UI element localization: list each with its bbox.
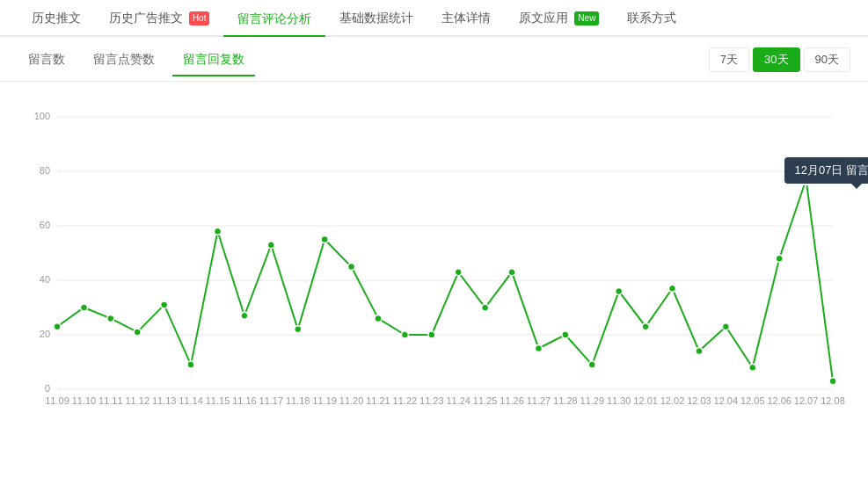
hot-badge: Hot bbox=[189, 11, 210, 25]
nav-item-history-posts[interactable]: 历史推文 bbox=[18, 0, 95, 36]
time-btn-90days[interactable]: 90天 bbox=[804, 47, 850, 72]
nav-item-ad-posts[interactable]: 历史广告推文 Hot bbox=[95, 0, 223, 36]
sub-tabs-bar: 留言数 留言点赞数 留言回复数 7天 30天 90天 bbox=[0, 37, 868, 82]
nav-item-original-app[interactable]: 原文应用 New bbox=[505, 0, 613, 36]
time-btn-7days[interactable]: 7天 bbox=[709, 47, 749, 72]
time-range-selector: 7天 30天 90天 bbox=[709, 47, 850, 81]
sub-tab-comment-replies[interactable]: 留言回复数 bbox=[172, 52, 255, 76]
sub-tab-comment-count[interactable]: 留言数 bbox=[18, 52, 76, 76]
top-nav: 历史推文 历史广告推文 Hot 留言评论分析 基础数据统计 主体详情 原文应用 … bbox=[0, 0, 868, 37]
nav-item-basic-stats[interactable]: 基础数据统计 bbox=[325, 0, 427, 36]
time-btn-30days[interactable]: 30天 bbox=[753, 47, 799, 72]
nav-item-comment-analysis[interactable]: 留言评论分析 bbox=[223, 0, 325, 37]
line-chart[interactable] bbox=[18, 99, 850, 433]
new-badge: New bbox=[574, 11, 599, 25]
nav-item-contact[interactable]: 联系方式 bbox=[613, 0, 690, 36]
chart-container: 12月07日 留言回复数:77 bbox=[0, 82, 868, 442]
sub-tab-comment-likes[interactable]: 留言点赞数 bbox=[83, 52, 165, 76]
nav-item-subject-detail[interactable]: 主体详情 bbox=[427, 0, 505, 36]
